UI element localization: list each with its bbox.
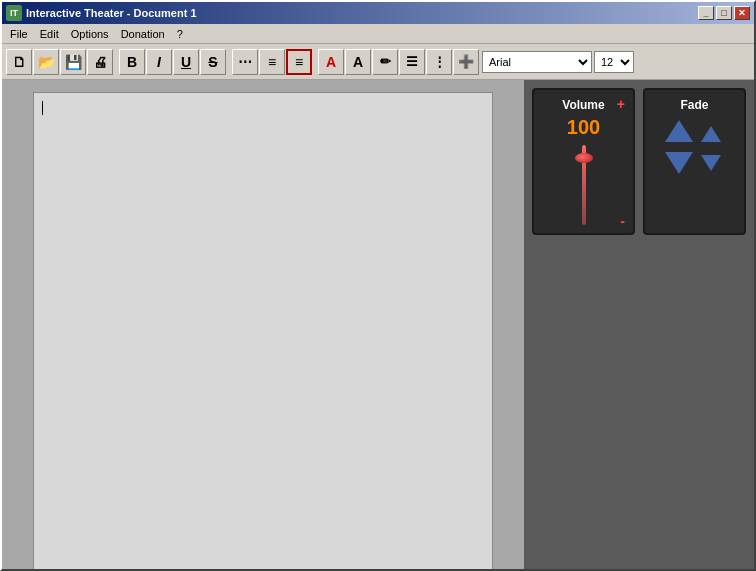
- minimize-button[interactable]: _: [698, 6, 714, 20]
- align-left-button[interactable]: ⋯: [232, 49, 258, 75]
- menu-options[interactable]: Options: [65, 26, 115, 42]
- add-icon: ➕: [458, 54, 474, 69]
- strikethrough-icon: S: [208, 54, 217, 70]
- paint-format-icon: ✏: [380, 54, 391, 69]
- bold-button[interactable]: B: [119, 49, 145, 75]
- underline-button[interactable]: U: [173, 49, 199, 75]
- fade-widget: Fade: [643, 88, 746, 235]
- right-panel: Volume + 100 - Fade: [524, 80, 754, 569]
- list-button[interactable]: ☰: [399, 49, 425, 75]
- fade-up-large-button[interactable]: [665, 120, 693, 142]
- menu-help[interactable]: ?: [171, 26, 189, 42]
- font-color-icon: A: [326, 54, 336, 70]
- menubar: File Edit Options Donation ?: [2, 24, 754, 44]
- print-icon: 🖨: [93, 54, 107, 70]
- menu-donation[interactable]: Donation: [115, 26, 171, 42]
- new-icon: 🗋: [12, 54, 26, 70]
- new-button[interactable]: 🗋: [6, 49, 32, 75]
- fade-down-small-button[interactable]: [701, 155, 721, 171]
- align-center-button[interactable]: ≡: [259, 49, 285, 75]
- print-button[interactable]: 🖨: [87, 49, 113, 75]
- panels-row: Volume + 100 - Fade: [532, 88, 746, 235]
- toolbar: 🗋 📂 💾 🖨 B I U S ⋯ ≡: [2, 44, 754, 80]
- fade-arrows: [665, 120, 725, 174]
- font-grow-button[interactable]: A: [345, 49, 371, 75]
- volume-widget: Volume + 100 -: [532, 88, 635, 235]
- paint-format-button[interactable]: ✏: [372, 49, 398, 75]
- document-area: [2, 80, 524, 569]
- add-button[interactable]: ➕: [453, 49, 479, 75]
- menu-edit[interactable]: Edit: [34, 26, 65, 42]
- font-family-select[interactable]: Arial: [482, 51, 592, 73]
- save-button[interactable]: 💾: [60, 49, 86, 75]
- font-color-button[interactable]: A: [318, 49, 344, 75]
- align-right-icon: ≡: [295, 54, 303, 70]
- italic-button[interactable]: I: [146, 49, 172, 75]
- document-page[interactable]: [33, 92, 493, 569]
- text-cursor: [42, 101, 43, 115]
- close-button[interactable]: ✕: [734, 6, 750, 20]
- indent-icon: ⋮: [433, 54, 446, 69]
- window-title: Interactive Theater - Document 1: [26, 7, 698, 19]
- volume-knob[interactable]: [575, 153, 593, 163]
- list-icon: ☰: [406, 54, 418, 69]
- align-left-icon: ⋯: [238, 54, 252, 70]
- italic-icon: I: [157, 54, 161, 70]
- separator-3: [313, 49, 317, 75]
- main-window: IT Interactive Theater - Document 1 _ □ …: [0, 0, 756, 571]
- separator-1: [114, 49, 118, 75]
- app-icon: IT: [6, 5, 22, 21]
- volume-label: Volume: [562, 98, 604, 112]
- volume-slider-container[interactable]: [574, 145, 594, 225]
- font-grow-icon: A: [353, 54, 363, 70]
- volume-value: 100: [567, 116, 600, 139]
- volume-plus-label: +: [617, 96, 625, 112]
- open-button[interactable]: 📂: [33, 49, 59, 75]
- titlebar: IT Interactive Theater - Document 1 _ □ …: [2, 2, 754, 24]
- strikethrough-button[interactable]: S: [200, 49, 226, 75]
- font-selector: Arial 12: [482, 51, 634, 73]
- separator-2: [227, 49, 231, 75]
- save-icon: 💾: [65, 54, 82, 70]
- indent-button[interactable]: ⋮: [426, 49, 452, 75]
- bold-icon: B: [127, 54, 137, 70]
- fade-up-small-button[interactable]: [701, 126, 721, 142]
- menu-file[interactable]: File: [4, 26, 34, 42]
- fade-down-large-button[interactable]: [665, 152, 693, 174]
- maximize-button[interactable]: □: [716, 6, 732, 20]
- titlebar-buttons: _ □ ✕: [698, 6, 750, 20]
- open-icon: 📂: [38, 54, 55, 70]
- volume-minus-label: -: [620, 213, 625, 229]
- font-size-select[interactable]: 12: [594, 51, 634, 73]
- underline-icon: U: [181, 54, 191, 70]
- fade-label: Fade: [680, 98, 708, 112]
- main-content: Volume + 100 - Fade: [2, 80, 754, 569]
- align-center-icon: ≡: [268, 54, 276, 70]
- align-right-button[interactable]: ≡: [286, 49, 312, 75]
